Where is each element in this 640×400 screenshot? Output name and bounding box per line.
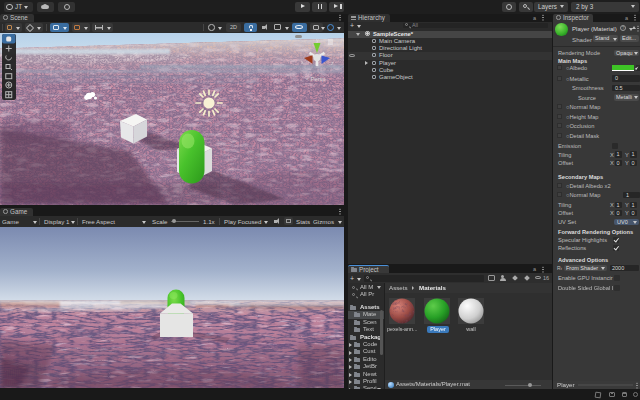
- svg-text:< Persp: < Persp: [306, 76, 325, 82]
